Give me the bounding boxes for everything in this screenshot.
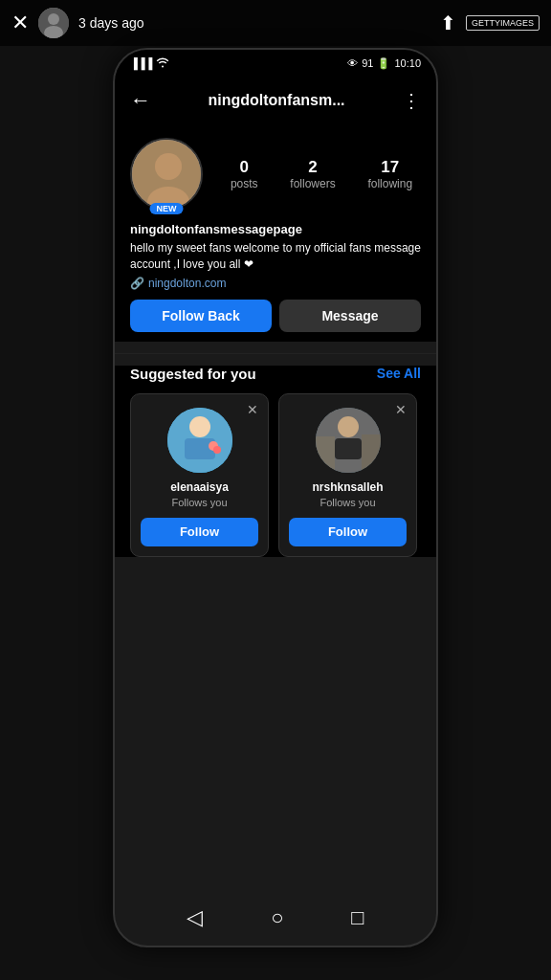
following-label: following	[367, 177, 412, 190]
link-text[interactable]: ningdolton.com	[148, 277, 226, 290]
home-nav-icon[interactable]: ○	[271, 905, 283, 930]
suggested-card-elena: ✕ elenaaisya Follows you	[130, 393, 269, 557]
divider	[115, 353, 436, 354]
recent-nav-icon[interactable]: □	[351, 905, 364, 930]
back-button[interactable]: ←	[130, 88, 151, 113]
profile-link[interactable]: 🔗 ningdolton.com	[130, 277, 421, 290]
card-close-button-nrshkn[interactable]: ✕	[395, 402, 407, 417]
wifi-icon	[156, 56, 169, 70]
follow-button-elena[interactable]: Follow	[141, 518, 258, 546]
card-follows-nrshkn: Follows you	[320, 497, 375, 508]
svg-rect-14	[335, 438, 362, 459]
card-avatar-nrshkn	[316, 408, 381, 473]
story-time: 3 days ago	[78, 15, 430, 31]
svg-point-11	[213, 446, 221, 454]
profile-bio: hello my sweet fans welcome to my offici…	[130, 240, 421, 273]
message-button[interactable]: Message	[279, 300, 421, 332]
battery-icon: 🔋	[377, 57, 390, 70]
posts-label: posts	[231, 177, 258, 190]
svg-rect-6	[132, 140, 203, 211]
ig-header: ← ningdoltonfansm... ⋮	[115, 77, 436, 124]
following-count: 17	[381, 158, 399, 177]
outer-frame: ✕ 3 days ago ⬆ GETTYIMAGES ▐▐▐	[0, 0, 551, 980]
svg-point-8	[189, 416, 210, 437]
posts-count: 0	[239, 158, 248, 177]
svg-point-1	[48, 13, 59, 25]
battery-level: 91	[362, 57, 373, 69]
signal-icon: ▐▐▐	[130, 57, 152, 69]
profile-section: NEW 0 posts 2 followers 17 following	[115, 124, 436, 342]
gettyimages-badge: GETTYIMAGES	[466, 15, 540, 31]
back-nav-icon[interactable]: ◁	[187, 905, 203, 930]
follow-back-button[interactable]: Follow Back	[130, 300, 272, 332]
followers-count: 2	[308, 158, 317, 177]
more-options-button[interactable]: ⋮	[402, 89, 421, 112]
stat-posts: 0 posts	[231, 158, 258, 190]
card-username-nrshkn: nrshknsalleh	[312, 480, 383, 494]
follow-button-nrshkn[interactable]: Follow	[289, 518, 407, 546]
new-badge: NEW	[150, 203, 184, 214]
svg-point-13	[338, 416, 359, 437]
profile-name: ningdoltonfansmessagepage	[130, 222, 421, 236]
suggested-card-nrshkn: ✕ nrshknsalleh Follows you	[278, 393, 417, 557]
status-bar: ▐▐▐ 👁 91 🔋 10:10	[115, 50, 436, 77]
see-all-link[interactable]: See All	[377, 366, 421, 381]
stat-following: 17 following	[367, 158, 412, 190]
link-icon: 🔗	[130, 277, 144, 290]
profile-top-row: NEW 0 posts 2 followers 17 following	[130, 138, 421, 211]
card-username-elena: elenaaisya	[170, 480, 229, 494]
status-right: 👁 91 🔋 10:10	[347, 57, 421, 70]
followers-label: followers	[290, 177, 335, 190]
story-close-icon[interactable]: ✕	[11, 11, 29, 35]
svg-rect-16	[362, 434, 381, 473]
card-avatar-elena	[167, 408, 232, 473]
clock: 10:10	[394, 57, 421, 69]
card-follows-elena: Follows you	[171, 497, 227, 508]
story-download-icon[interactable]: ⬆	[440, 11, 456, 34]
profile-username-header: ningdoltonfansm...	[151, 92, 402, 109]
suggested-header: Suggested for you See All	[130, 366, 421, 382]
card-close-button-elena[interactable]: ✕	[247, 402, 258, 417]
eye-icon: 👁	[347, 57, 358, 69]
status-left: ▐▐▐	[130, 56, 169, 70]
story-avatar-small	[38, 8, 69, 38]
avatar-container: NEW	[130, 138, 203, 211]
bottom-nav: ◁ ○ □	[115, 905, 436, 930]
stat-followers: 2 followers	[290, 158, 335, 190]
action-buttons: Follow Back Message	[130, 300, 421, 332]
avatar	[130, 138, 203, 211]
story-top-bar: ✕ 3 days ago ⬆ GETTYIMAGES	[0, 0, 551, 46]
profile-stats: 0 posts 2 followers 17 following	[222, 158, 421, 190]
phone-frame: ▐▐▐ 👁 91 🔋 10:10 ← ningdoltonfansm... ⋮	[113, 48, 438, 947]
suggested-section: Suggested for you See All ✕	[115, 366, 436, 557]
suggested-title: Suggested for you	[130, 366, 256, 382]
svg-rect-15	[316, 436, 335, 473]
suggested-cards-row: ✕ elenaaisya Follows you	[130, 393, 421, 557]
